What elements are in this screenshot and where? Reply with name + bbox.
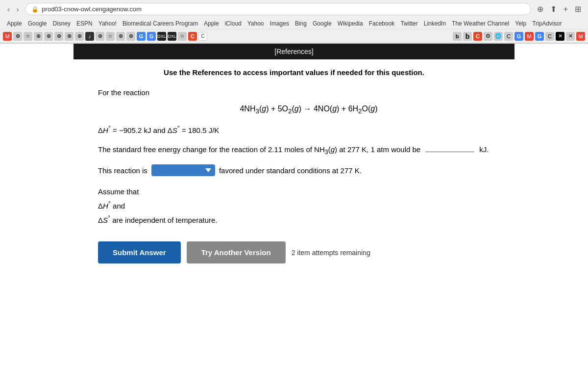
bookmark-apple2[interactable]: Apple: [202, 19, 221, 28]
references-text: [References]: [274, 48, 313, 55]
favicon-10[interactable]: ⊕: [126, 32, 135, 41]
delta-h-label: ΔH° = −905.2 kJ and ΔS° = 180.5 J/K: [98, 126, 219, 134]
favicon-5[interactable]: ⊕: [54, 32, 63, 41]
bookmark-yahoo[interactable]: Yahoo!: [97, 19, 119, 28]
thermo-values: ΔH° = −905.2 kJ and ΔS° = 180.5 J/K: [98, 125, 490, 134]
favicon-c2[interactable]: C: [473, 32, 482, 41]
favicon-4[interactable]: ⊕: [44, 32, 53, 41]
button-row: Submit Answer Try Another Version 2 item…: [98, 241, 490, 263]
submit-button[interactable]: Submit Answer: [98, 241, 181, 263]
favicon-2[interactable]: ☆: [24, 32, 32, 41]
bookmark-bing[interactable]: Bing: [293, 19, 309, 28]
grid-button[interactable]: ⊞: [573, 3, 583, 15]
favicon-b1[interactable]: b: [453, 32, 462, 41]
attempts-text: 2 item attempts remaining: [292, 249, 370, 257]
favicon-owlv2[interactable]: C: [198, 32, 207, 41]
favicon-mail[interactable]: M: [3, 32, 12, 41]
bookmark-wikipedia[interactable]: Wikipedia: [336, 19, 365, 28]
favicon-c3[interactable]: C: [504, 32, 513, 41]
favicon-g3[interactable]: G: [514, 32, 523, 41]
equation-text: 4NH3(g) + 5O2(g) → 4NO(g) + 6H2O(g): [240, 105, 377, 113]
bookmark-images[interactable]: Images: [268, 19, 291, 28]
favicon-g1[interactable]: G: [137, 32, 146, 41]
try-another-button[interactable]: Try Another Version: [187, 241, 286, 263]
favicon-music[interactable]: ♪: [85, 32, 94, 41]
favicon-3[interactable]: ⊕: [34, 32, 43, 41]
browser-toolbar: ‹ › 🔒 prod03-cnow-owl.cengagenow.com ⊕ ⬆…: [0, 0, 588, 18]
share-button[interactable]: ⬆: [548, 3, 559, 15]
bookmark-disney[interactable]: Disney: [50, 19, 73, 28]
browser-actions: ⊕ ⬆ + ⊞: [535, 3, 583, 15]
bookmark-facebook[interactable]: Facebook: [367, 19, 397, 28]
url-text: prod03-cnow-owl.cengagenow.com: [42, 5, 142, 13]
favicon-c1[interactable]: C: [188, 32, 197, 41]
bookmark-weather[interactable]: The Weather Channel: [450, 19, 511, 28]
favicon-globe[interactable]: 🌐: [494, 32, 503, 41]
reaction-equation: 4NH3(g) + 5O2(g) → 4NO(g) + 6H2O(g): [127, 105, 490, 115]
favicon-star[interactable]: ☆: [106, 32, 115, 41]
bookmark-twitter[interactable]: Twitter: [398, 19, 419, 28]
nav-buttons: ‹ ›: [5, 4, 21, 14]
favicon-x1[interactable]: ✕: [556, 32, 564, 41]
assume-line1: ΔH° and: [98, 198, 490, 212]
reaction-favored-post: favored under standard conditions at 277…: [219, 166, 362, 175]
favicon-6[interactable]: ⊕: [65, 32, 74, 41]
favicon-b2[interactable]: b: [463, 32, 472, 41]
favicon-m2[interactable]: M: [525, 32, 534, 41]
bookmark-google[interactable]: Google: [26, 19, 49, 28]
bookmark-icloud[interactable]: iCloud: [223, 19, 244, 28]
assume-section: Assume that ΔH° and ΔS° are independent …: [98, 185, 490, 227]
favicon-dxl2[interactable]: DXL: [168, 32, 176, 41]
favicon-8[interactable]: ⊕: [96, 32, 104, 41]
browser-chrome: ‹ › 🔒 prod03-cnow-owl.cengagenow.com ⊕ ⬆…: [0, 0, 588, 44]
favicon-m3[interactable]: M: [576, 32, 585, 41]
free-energy-units: kJ.: [479, 145, 489, 154]
favicon-x2[interactable]: ✕: [566, 32, 575, 41]
question-intro: For the reaction: [98, 88, 490, 97]
bookmark-apple[interactable]: Apple: [5, 19, 24, 28]
assume-title: Assume that: [98, 185, 490, 198]
assume-line2: ΔS° are independent of temperature.: [98, 212, 490, 227]
bookmark-tripadvisor[interactable]: TripAdvisor: [530, 19, 564, 28]
favicon-star2[interactable]: ☆: [178, 32, 187, 41]
reaction-favored-dropdown[interactable]: spontaneous non-spontaneous: [151, 164, 215, 176]
free-energy-line: The standard free energy change for the …: [98, 143, 490, 156]
forward-button[interactable]: ›: [14, 4, 22, 14]
add-tab-button[interactable]: ⊕: [535, 3, 545, 15]
bookmark-yahoo2[interactable]: Yahoo: [245, 19, 266, 28]
favicon-settings[interactable]: ⚙: [484, 32, 492, 41]
page-content: [References] Use the References to acces…: [74, 44, 514, 263]
reaction-favored-pre: This reaction is: [98, 166, 147, 175]
bookmark-google2[interactable]: Google: [311, 19, 334, 28]
favicon-c4[interactable]: C: [545, 32, 554, 41]
address-bar[interactable]: 🔒 prod03-cnow-owl.cengagenow.com: [25, 3, 531, 15]
bookmarks-bar: Apple Google Disney ESPN Yahoo! Biomedic…: [0, 18, 588, 29]
plus-button[interactable]: +: [562, 4, 570, 15]
favicon-g2[interactable]: G: [147, 32, 156, 41]
favicon-bar: M ⊕ ☆ ⊕ ⊕ ⊕ ⊕ ⊕ ♪ ⊕ ☆ ⊕ ⊕ G G DXL DXL ☆ …: [0, 29, 588, 43]
favicon-g4[interactable]: G: [535, 32, 544, 41]
reaction-favored-line: This reaction is spontaneous non-spontan…: [98, 164, 490, 176]
favicon-dxl1[interactable]: DXL: [157, 32, 166, 41]
references-banner[interactable]: [References]: [74, 44, 514, 59]
free-energy-text-pre: The standard free energy change for the …: [98, 145, 420, 156]
favicon-9[interactable]: ⊕: [116, 32, 125, 41]
question-section: For the reaction 4NH3(g) + 5O2(g) → 4NO(…: [93, 88, 495, 263]
back-button[interactable]: ‹: [5, 4, 12, 14]
free-energy-answer-blank[interactable]: [425, 143, 474, 152]
bookmark-espn[interactable]: ESPN: [74, 19, 95, 28]
favicon-7[interactable]: ⊕: [75, 32, 84, 41]
lock-icon: 🔒: [31, 6, 39, 13]
bookmark-linkedin[interactable]: LinkedIn: [422, 19, 448, 28]
instruction-text: Use the References to access important v…: [93, 68, 495, 77]
bookmark-biomedical[interactable]: Biomedical Careers Program: [121, 19, 200, 28]
bookmark-yelp[interactable]: Yelp: [513, 19, 528, 28]
favicon-1[interactable]: ⊕: [13, 32, 22, 41]
